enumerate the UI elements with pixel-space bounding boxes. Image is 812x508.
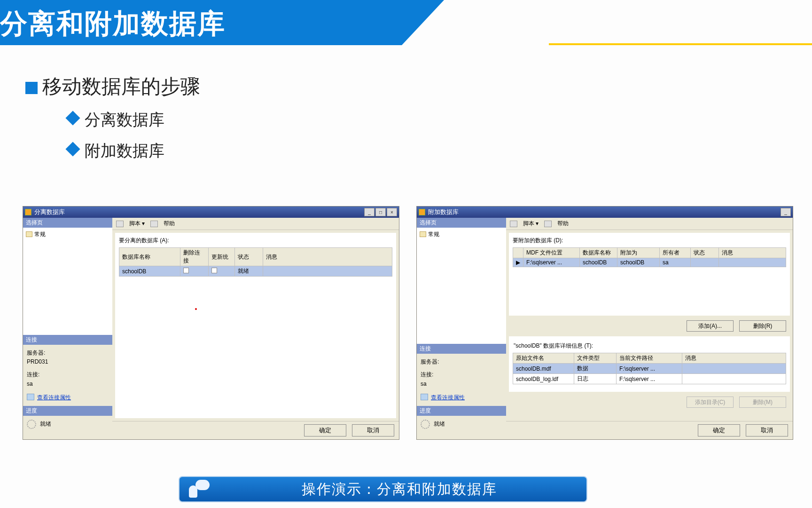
col-status[interactable]: 状态 <box>235 248 263 266</box>
detach-db-dialog: 分离数据库 _ □ × 选择页 常规 连接 服务器:PRD031 连接:sa 查… <box>23 206 399 440</box>
add-dir-button: 添加目录(C) <box>687 397 734 408</box>
window-title: 分离数据库 <box>34 208 65 216</box>
help-button[interactable]: 帮助 <box>164 220 175 228</box>
page-general[interactable]: 常规 <box>420 230 503 238</box>
select-page-header: 选择页 <box>417 218 506 228</box>
connection-header: 连接 <box>417 344 506 354</box>
script-dropdown[interactable]: 脚本 ▾ <box>129 220 145 228</box>
detach-prompt: 要分离的数据库 (A): <box>119 237 392 245</box>
view-conn-props-link[interactable]: 查看连接属性 <box>37 394 71 401</box>
close-button[interactable]: × <box>387 208 397 216</box>
conn-label: 连接: <box>421 371 433 378</box>
col-drop[interactable]: 删除连接 <box>180 248 209 266</box>
table-row[interactable]: schoolDB.mdf数据F:\sqlserver ... <box>513 364 786 374</box>
add-button[interactable]: 添加(A)... <box>687 320 734 332</box>
status-ready: 就绪 <box>434 421 445 427</box>
table-row[interactable]: ▶ F:\sqlserver ... schoolDB schoolDB sa <box>513 258 786 267</box>
ok-button[interactable]: 确定 <box>304 424 346 437</box>
conn-user: sa <box>421 381 427 387</box>
spinner-icon <box>27 420 36 429</box>
status-ready: 就绪 <box>40 421 51 427</box>
maximize-button[interactable]: □ <box>375 208 386 216</box>
minimize-button[interactable]: _ <box>364 208 375 216</box>
remove2-button: 删除(M) <box>739 397 786 408</box>
script-icon <box>510 221 517 227</box>
diamond-bullet-icon <box>65 111 80 125</box>
script-dropdown[interactable]: 脚本 ▾ <box>523 220 539 228</box>
view-conn-props-link[interactable]: 查看连接属性 <box>431 394 465 401</box>
diamond-bullet-icon <box>65 142 80 156</box>
col-file-type[interactable]: 文件类型 <box>574 353 617 364</box>
page-general[interactable]: 常规 <box>26 230 109 238</box>
help-icon <box>150 221 158 227</box>
col-status[interactable]: 状态 <box>691 248 719 258</box>
app-icon <box>25 209 31 215</box>
attach-db-dialog: 附加数据库 _ 选择页 常规 连接 服务器: 连接:sa 查看连接属性 进度 <box>416 206 793 440</box>
banner-text: 操作演示：分离和附加数据库 <box>212 480 586 499</box>
col-msg[interactable]: 消息 <box>263 248 392 266</box>
section-heading: 移动数据库的步骤 <box>25 73 779 100</box>
app-icon <box>419 209 425 215</box>
person-speech-icon <box>186 480 212 499</box>
link-icon <box>27 394 34 400</box>
minimize-button[interactable]: _ <box>781 208 791 216</box>
update-checkbox[interactable] <box>211 268 217 273</box>
window-title: 附加数据库 <box>428 208 459 216</box>
col-orig-file[interactable]: 原始文件名 <box>513 353 574 364</box>
page-icon <box>420 231 426 237</box>
titlebar[interactable]: 附加数据库 _ <box>417 206 793 218</box>
slide-header: 分离和附加数据库 <box>0 0 812 45</box>
select-page-header: 选择页 <box>23 218 112 228</box>
col-msg[interactable]: 消息 <box>719 248 786 258</box>
script-icon <box>116 221 124 227</box>
square-bullet-icon <box>25 82 38 94</box>
drop-checkbox[interactable] <box>183 268 189 273</box>
col-owner[interactable]: 所有者 <box>660 248 691 258</box>
col-mdf-loc[interactable]: MDF 文件位置 <box>523 248 580 258</box>
server-label: 服务器: <box>421 358 439 365</box>
page-icon <box>26 231 32 237</box>
remove-button[interactable]: 删除(R) <box>739 320 786 332</box>
attach-prompt: 要附加的数据库 (D): <box>513 237 786 245</box>
help-icon <box>544 221 552 227</box>
col-dbname[interactable]: 数据库名称 <box>580 248 617 258</box>
detach-table[interactable]: 数据库名称 删除连接 更新统 状态 消息 schoolDB 就绪 <box>119 247 392 277</box>
bullet-item: 附加数据库 <box>66 140 779 162</box>
cursor-dot <box>195 308 197 310</box>
col-dbname[interactable]: 数据库名称 <box>119 248 180 266</box>
details-label: "schoolDB" 数据库详细信息 (T): <box>514 342 786 350</box>
attach-table[interactable]: MDF 文件位置 数据库名称 附加为 所有者 状态 消息 ▶ F:\sqlser… <box>513 247 786 267</box>
table-row[interactable]: schoolDB_log.ldf日志F:\sqlserver ... <box>513 374 786 384</box>
titlebar[interactable]: 分离数据库 _ □ × <box>23 206 399 218</box>
server-value: PRD031 <box>27 358 48 365</box>
demo-banner[interactable]: 操作演示：分离和附加数据库 <box>179 476 587 502</box>
conn-label: 连接: <box>27 371 39 378</box>
slide-title: 分离和附加数据库 <box>0 6 226 42</box>
server-label: 服务器: <box>27 349 45 356</box>
spinner-icon <box>421 420 430 429</box>
progress-header: 进度 <box>23 406 112 416</box>
cancel-button[interactable]: 取消 <box>352 424 394 437</box>
cancel-button[interactable]: 取消 <box>746 424 788 437</box>
col-attach-as[interactable]: 附加为 <box>617 248 660 258</box>
table-row[interactable]: schoolDB 就绪 <box>119 266 392 277</box>
col-msg[interactable]: 消息 <box>682 353 786 364</box>
help-button[interactable]: 帮助 <box>557 220 569 228</box>
connection-header: 连接 <box>23 335 112 345</box>
conn-user: sa <box>27 381 33 387</box>
bullet-item: 分离数据库 <box>66 109 779 131</box>
ok-button[interactable]: 确定 <box>698 424 740 437</box>
details-table[interactable]: 原始文件名 文件类型 当前文件路径 消息 schoolDB.mdf数据F:\sq… <box>513 353 786 384</box>
col-update[interactable]: 更新统 <box>209 248 235 266</box>
progress-header: 进度 <box>417 406 506 416</box>
link-icon <box>421 394 428 400</box>
col-cur-path[interactable]: 当前文件路径 <box>617 353 682 364</box>
